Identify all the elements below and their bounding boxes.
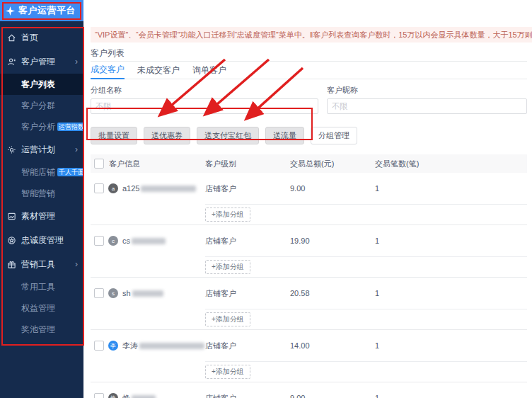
transaction-amount: 9.00 [290,394,375,398]
users-icon [7,57,16,67]
sidebar-item-material-management[interactable]: 素材管理 [0,204,83,228]
transaction-amount: 14.00 [290,341,375,350]
home-icon [7,33,16,42]
sidebar-item-label: 奖池管理 [21,324,55,336]
sidebar-item-customer-segments[interactable]: 客户分群 [0,95,83,116]
customer-name: 焕 [122,393,156,398]
customer-info-cell: 李 李涛 [91,341,205,351]
column-header: 交易总额(元) [290,159,375,169]
sidebar-item-customer-analysis[interactable]: 客户分析 运营指数 [0,116,83,137]
redacted-name-blur [132,395,156,398]
table-header: 客户信息 客户级别 交易总额(元) 交易笔数(笔) [91,154,527,173]
table-row: s sh 店铺客户 20.58 1 [91,278,527,309]
tab-deal-customers[interactable]: 成交客户 [91,62,125,79]
sidebar-item-smart-marketing[interactable]: 智能营销 [0,183,83,204]
customer-info-cell: c cs [91,236,205,246]
avatar: a [108,183,118,193]
send-alipay-redpacket-button[interactable]: 送支付宝红包 [197,127,259,144]
customer-info-cell: 焕 焕 [91,393,205,398]
add-group-button[interactable]: +添加分组 [205,260,250,274]
chevron-right-icon: › [75,57,78,67]
sidebar-item-operation-plan[interactable]: 运营计划 › [0,137,83,161]
column-header: 交易笔数(笔) [375,159,527,169]
transaction-count: 1 [375,394,527,398]
sidebar-badge: 运营指数 [57,123,86,131]
customer-nickname-label: 客户昵称 [327,85,527,96]
redacted-name-blur [132,238,166,244]
sidebar-item-rights-management[interactable]: 权益管理 [0,297,83,319]
send-coupon-button[interactable]: 送优惠券 [144,127,190,144]
sidebar-item-label: 客户分析 [21,121,55,133]
sidebar-item-label: 客户分群 [21,100,55,112]
sidebar-item-common-tools[interactable]: 常用工具 [0,276,83,297]
table-row-group: a a125 店铺客户 9.00 1 +添加分组 [91,173,527,225]
customer-nickname-input[interactable] [327,98,527,114]
sidebar-item-customer-management[interactable]: 客户管理 › [0,50,83,74]
sidebar-badge: 千人千面 [57,168,86,176]
filter-customer-nickname: 客户昵称 [327,82,527,114]
customer-name: a125 [122,184,196,193]
table-row: a a125 店铺客户 9.00 1 [91,173,527,204]
table-row-group: c cs 店铺客户 19.90 1 +添加分组 [91,225,527,278]
customer-level: 店铺客户 [205,341,290,351]
column-header: 客户信息 [109,159,140,169]
toolbar: 批量设置 送优惠券 送支付宝红包 送流量 分组管理 [91,127,532,144]
group-name-input[interactable] [91,98,318,114]
sidebar-item-label: 营销工具 [21,258,55,271]
sidebar-item-prize-pool-management[interactable]: 奖池管理 [0,319,83,340]
row-checkbox[interactable] [94,183,104,193]
app-title: 客户运营平台 [18,4,76,17]
customer-info-cell: a a125 [91,183,205,193]
customer-name: cs [122,237,166,245]
sidebar-item-customer-list[interactable]: 客户列表 [0,74,83,95]
table-row-group: 焕 焕 店铺客户 9.00 1 +添加分组 [91,382,527,398]
row-checkbox[interactable] [94,393,104,398]
transaction-count: 1 [375,237,527,245]
sidebar-item-smart-store[interactable]: 智能店铺 千人千面 [0,161,83,183]
add-group-button[interactable]: +添加分组 [205,312,250,326]
table-row: c cs 店铺客户 19.90 1 [91,225,527,256]
customer-level: 店铺客户 [205,288,290,299]
sidebar-item-label: 首页 [21,32,38,44]
sidebar-item-label: 运营计划 [21,144,55,156]
group-name-label: 分组名称 [91,85,318,96]
sidebar-item-loyalty-management[interactable]: 忠诚度管理 [0,228,83,252]
sidebar-item-label: 客户列表 [21,79,55,91]
select-all-checkbox[interactable] [94,159,104,169]
table-row-group: 李 李涛 店铺客户 14.00 1 +添加分组 [91,330,527,382]
send-data-traffic-button[interactable]: 送流量 [265,127,304,144]
row-checkbox[interactable] [94,341,104,351]
add-group-row: +添加分组 [91,256,527,277]
notice-text: “VIP设置”、“会员卡管理”功能入口迁移到“忠诚度管理”菜单中。‖客户列表查询… [95,30,532,39]
row-checkbox[interactable] [94,236,104,246]
app-logo-icon [5,6,16,16]
filter-group-name: 分组名称 [91,82,318,114]
tab-inquiry-customers[interactable]: 询单客户 [192,62,226,79]
customer-level: 店铺客户 [205,183,290,194]
redacted-name-blur [141,186,196,192]
avatar: c [108,236,118,246]
sidebar-item-marketing-tools[interactable]: 营销工具 › [0,252,83,276]
sidebar-item-label: 忠诚度管理 [21,234,64,246]
sidebar-item-label: 客户管理 [21,56,55,68]
chevron-right-icon: › [75,144,78,154]
sidebar-item-home[interactable]: 首页 [0,25,83,50]
breadcrumb-row: 客户列表 [91,45,527,62]
sidebar-item-label: 智能营销 [21,188,55,200]
batch-settings-button[interactable]: 批量设置 [91,127,137,144]
add-group-button[interactable]: +添加分组 [205,365,250,379]
tab-bar: 成交客户 未成交客户 询单客户 [91,62,527,79]
gift-icon [7,260,16,269]
filter-row: 分组名称 客户昵称 [91,82,527,114]
customer-level: 店铺客户 [205,393,290,398]
sidebar-item-label: 常用工具 [21,281,55,293]
column-header: 客户级别 [205,159,290,169]
add-group-button[interactable]: +添加分组 [205,207,250,222]
sidebar-nav: 首页 客户管理 › 客户列表 客户分群 客户分析 运营指数 运营计划 › 智能店… [0,25,83,340]
group-management-button[interactable]: 分组管理 [311,127,357,144]
redacted-name-blur [132,290,163,297]
plan-icon [7,145,16,154]
sidebar: 首页 客户管理 › 客户列表 客户分群 客户分析 运营指数 运营计划 › 智能店… [0,21,83,398]
tab-non-deal-customers[interactable]: 未成交客户 [137,62,180,79]
row-checkbox[interactable] [94,288,104,298]
